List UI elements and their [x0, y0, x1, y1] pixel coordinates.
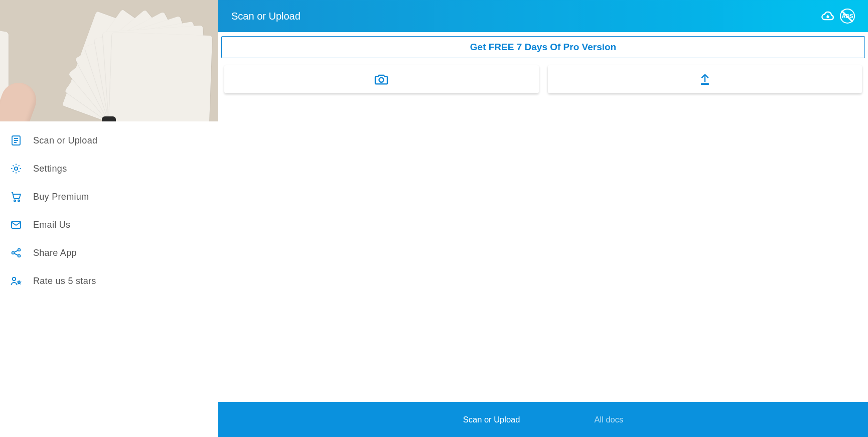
app-header: Scan or Upload ADS [218, 0, 868, 32]
share-icon [10, 247, 22, 259]
no-ads-text: ADS [841, 13, 853, 19]
svg-point-14 [379, 78, 384, 82]
main-panel: Scan or Upload ADS Get FREE 7 Days Of Pr… [218, 0, 868, 437]
no-ads-icon[interactable]: ADS [840, 9, 855, 24]
action-row [221, 65, 865, 93]
sidebar: Scan or Upload Settings Buy Premium [0, 0, 218, 437]
sidebar-item-label: Scan or Upload [33, 135, 97, 146]
page-title: Scan or Upload [231, 11, 816, 22]
sidebar-item-label: Buy Premium [33, 192, 89, 202]
svg-point-4 [15, 167, 18, 170]
document-icon [10, 134, 22, 147]
sidebar-item-email-us[interactable]: Email Us [0, 211, 218, 239]
bottom-tab-bar: Scan or Upload All docs [218, 402, 868, 437]
tab-label: All docs [594, 415, 623, 424]
svg-point-13 [13, 277, 16, 280]
gear-icon [10, 163, 22, 175]
sidebar-item-label: Rate us 5 stars [33, 276, 96, 286]
sidebar-item-label: Email Us [33, 220, 70, 230]
promo-banner[interactable]: Get FREE 7 Days Of Pro Version [221, 36, 865, 58]
svg-point-6 [18, 200, 20, 201]
sidebar-item-share-app[interactable]: Share App [0, 239, 218, 267]
svg-line-12 [14, 253, 18, 255]
sidebar-item-rate-us[interactable]: Rate us 5 stars [0, 267, 218, 295]
upload-icon [697, 71, 713, 87]
sidebar-item-buy-premium[interactable]: Buy Premium [0, 183, 218, 211]
cloud-download-icon[interactable] [821, 9, 835, 23]
cart-icon [10, 191, 22, 203]
sidebar-menu: Scan or Upload Settings Buy Premium [0, 121, 218, 437]
upload-button[interactable] [548, 65, 862, 93]
svg-point-5 [14, 200, 16, 201]
promo-label: Get FREE 7 Days Of Pro Version [470, 42, 616, 52]
svg-rect-15 [701, 83, 709, 85]
sidebar-hero-image [0, 0, 218, 121]
svg-point-10 [18, 255, 21, 257]
tab-label: Scan or Upload [463, 415, 520, 424]
sidebar-item-settings[interactable]: Settings [0, 155, 218, 183]
sidebar-item-label: Share App [33, 248, 77, 258]
mail-icon [10, 219, 22, 231]
content-area: Get FREE 7 Days Of Pro Version [218, 32, 868, 402]
tab-all-docs[interactable]: All docs [592, 412, 625, 427]
camera-icon [373, 71, 389, 87]
svg-point-9 [18, 249, 21, 251]
svg-line-11 [14, 250, 18, 252]
sidebar-item-label: Settings [33, 164, 67, 174]
rate-icon [10, 275, 22, 287]
tab-scan-upload[interactable]: Scan or Upload [461, 412, 522, 427]
svg-point-8 [12, 252, 15, 254]
sidebar-item-scan-upload[interactable]: Scan or Upload [0, 126, 218, 155]
scan-button[interactable] [224, 65, 539, 93]
